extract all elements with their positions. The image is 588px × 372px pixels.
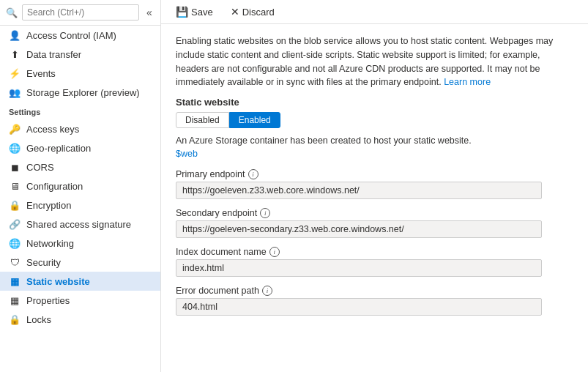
- shared-access-signature-icon: 🔗: [9, 218, 21, 230]
- sidebar-item-configuration[interactable]: 🖥 Configuration: [0, 176, 160, 196]
- sidebar-item-storage-explorer[interactable]: 👥 Storage Explorer (preview): [0, 83, 160, 102]
- sidebar-item-label: Storage Explorer (preview): [26, 87, 140, 98]
- sidebar-item-networking[interactable]: 🌐 Networking: [0, 234, 160, 253]
- primary-endpoint-label: Primary endpoint i: [176, 169, 542, 179]
- encryption-icon: 🔒: [9, 199, 21, 211]
- sidebar-item-label: Security: [26, 257, 61, 268]
- sidebar-item-label: Geo-replication: [26, 143, 91, 154]
- description-text: Enabling static websites on the blob ser…: [176, 34, 557, 89]
- sidebar-item-label: Encryption: [26, 200, 71, 211]
- secondary-endpoint-info-icon[interactable]: i: [260, 208, 270, 218]
- search-box: 🔍 «: [0, 0, 160, 26]
- search-icon: 🔍: [6, 7, 18, 18]
- sidebar-top-section: 👤 Access Control (IAM) ⬆ Data transfer ⚡…: [0, 26, 160, 102]
- configuration-icon: 🖥: [9, 180, 21, 192]
- sidebar-item-security[interactable]: 🛡 Security: [0, 253, 160, 272]
- primary-endpoint-group: Primary endpoint i: [176, 169, 542, 199]
- main-content: 💾 Save ✕ Discard Enabling static website…: [161, 0, 588, 372]
- cors-icon: ◼: [9, 161, 21, 173]
- discard-label: Discard: [242, 7, 275, 18]
- sidebar-settings-section: 🔑 Access keys 🌐 Geo-replication ◼ CORS 🖥…: [0, 119, 160, 329]
- primary-endpoint-input[interactable]: [176, 182, 542, 199]
- sidebar-item-label: Data transfer: [26, 49, 81, 60]
- toggle-enabled-button[interactable]: Enabled: [229, 112, 280, 128]
- primary-endpoint-info-icon[interactable]: i: [248, 169, 258, 179]
- success-message: An Azure Storage container has been crea…: [176, 135, 573, 146]
- save-button[interactable]: 💾 Save: [173, 4, 216, 19]
- error-doc-input[interactable]: [176, 298, 542, 316]
- geo-replication-icon: 🌐: [9, 142, 21, 154]
- properties-icon: ▦: [9, 294, 21, 306]
- sidebar-item-geo-replication[interactable]: 🌐 Geo-replication: [0, 138, 160, 157]
- error-doc-label: Error document path i: [176, 286, 542, 296]
- networking-icon: 🌐: [9, 237, 21, 249]
- index-doc-group: Index document name i: [176, 247, 542, 277]
- secondary-endpoint-input[interactable]: [176, 220, 542, 238]
- learn-more-link[interactable]: Learn more: [444, 77, 491, 87]
- settings-label: Settings: [0, 102, 160, 119]
- content-area: Enabling static websites on the blob ser…: [161, 24, 588, 372]
- toggle-disabled-button[interactable]: Disabled: [176, 112, 229, 128]
- sidebar-item-label: Configuration: [26, 181, 83, 192]
- sidebar-item-data-transfer[interactable]: ⬆ Data transfer: [0, 45, 160, 64]
- sidebar: 🔍 « 👤 Access Control (IAM) ⬆ Data transf…: [0, 0, 161, 372]
- save-icon: 💾: [176, 6, 188, 18]
- sidebar-item-label: Access keys: [26, 124, 79, 135]
- sidebar-item-label: Shared access signature: [26, 219, 131, 230]
- index-doc-label: Index document name i: [176, 247, 542, 257]
- sidebar-item-static-website[interactable]: ▦ Static website: [0, 272, 160, 291]
- locks-icon: 🔒: [9, 313, 21, 325]
- save-label: Save: [191, 7, 213, 18]
- sidebar-item-access-keys[interactable]: 🔑 Access keys: [0, 119, 160, 138]
- toggle-group: Disabled Enabled: [176, 112, 573, 128]
- section-title: Static website: [176, 97, 573, 108]
- sidebar-item-shared-access-signature[interactable]: 🔗 Shared access signature: [0, 215, 160, 234]
- secondary-endpoint-label: Secondary endpoint i: [176, 208, 542, 218]
- search-input[interactable]: [22, 4, 139, 21]
- access-control-icon: 👤: [9, 29, 21, 41]
- sidebar-item-events[interactable]: ⚡ Events: [0, 64, 160, 83]
- sidebar-item-access-control[interactable]: 👤 Access Control (IAM): [0, 26, 160, 45]
- storage-explorer-icon: 👥: [9, 86, 21, 98]
- sidebar-item-label: Networking: [26, 238, 74, 249]
- security-icon: 🛡: [9, 256, 21, 268]
- index-doc-info-icon[interactable]: i: [269, 247, 280, 257]
- secondary-endpoint-group: Secondary endpoint i: [176, 208, 542, 238]
- sidebar-item-locks[interactable]: 🔒 Locks: [0, 310, 160, 329]
- sidebar-item-cors[interactable]: ◼ CORS: [0, 157, 160, 176]
- error-doc-info-icon[interactable]: i: [262, 286, 272, 296]
- sidebar-item-encryption[interactable]: 🔒 Encryption: [0, 196, 160, 215]
- static-website-icon: ▦: [9, 275, 21, 287]
- error-doc-group: Error document path i: [176, 286, 542, 316]
- container-link[interactable]: $web: [176, 149, 573, 159]
- discard-button[interactable]: ✕ Discard: [228, 4, 278, 19]
- data-transfer-icon: ⬆: [9, 48, 21, 60]
- sidebar-item-label: Locks: [26, 314, 51, 325]
- sidebar-item-label: CORS: [26, 162, 54, 173]
- access-keys-icon: 🔑: [9, 123, 21, 135]
- toolbar: 💾 Save ✕ Discard: [161, 0, 588, 24]
- sidebar-item-label: Static website: [26, 276, 90, 287]
- collapse-button[interactable]: «: [144, 5, 155, 20]
- discard-icon: ✕: [231, 6, 239, 18]
- sidebar-item-label: Properties: [26, 295, 70, 306]
- sidebar-item-properties[interactable]: ▦ Properties: [0, 291, 160, 310]
- index-doc-input[interactable]: [176, 259, 542, 277]
- events-icon: ⚡: [9, 67, 21, 79]
- sidebar-item-label: Events: [26, 68, 56, 79]
- sidebar-item-label: Access Control (IAM): [26, 30, 116, 41]
